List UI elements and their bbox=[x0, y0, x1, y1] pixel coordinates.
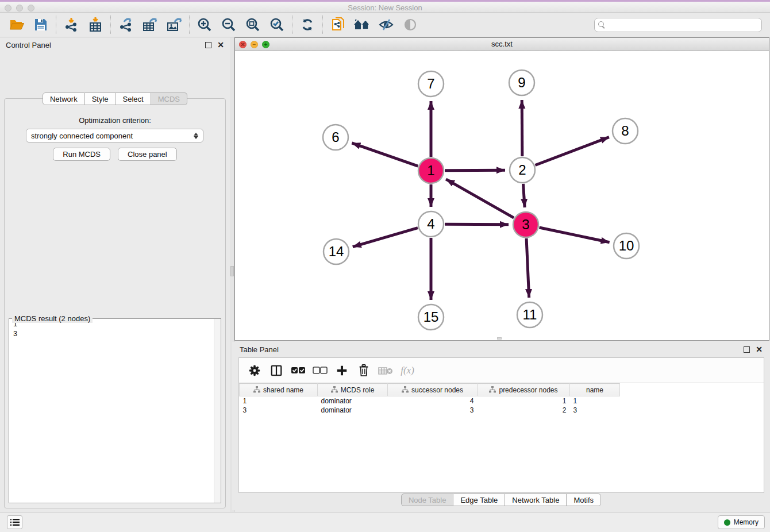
column-header-name[interactable]: name bbox=[570, 384, 620, 396]
toolbar-separator bbox=[56, 16, 56, 34]
table-row[interactable]: 1 dominator 4 1 1 bbox=[240, 396, 620, 406]
graph-node-label: 8 bbox=[621, 123, 629, 138]
close-table-panel-icon[interactable]: ✕ bbox=[756, 346, 763, 353]
refresh-icon[interactable] bbox=[295, 14, 319, 35]
graph-edge-3-11[interactable] bbox=[526, 238, 529, 298]
table-panel: Table Panel ✕ bbox=[232, 342, 770, 510]
export-image-icon[interactable] bbox=[162, 14, 186, 35]
app-titlebar: Session: New Session bbox=[0, 0, 770, 13]
graph-node-label: 4 bbox=[427, 216, 434, 232]
export-network-icon[interactable] bbox=[114, 14, 138, 35]
column-header-predecessor-nodes[interactable]: predecessor nodes bbox=[478, 384, 570, 396]
delete-row-trash-icon[interactable] bbox=[354, 361, 374, 380]
function-builder-icon-disabled: f(x) bbox=[398, 361, 417, 380]
mcds-result-box: MCDS result (2 nodes) 1 3 bbox=[9, 318, 221, 503]
result-scrollbar[interactable] bbox=[214, 319, 221, 503]
optimization-criterion-select[interactable]: strongly connected component bbox=[26, 129, 203, 142]
zoom-in-icon[interactable] bbox=[192, 14, 217, 35]
column-header-mcds-role[interactable]: MCDS role bbox=[318, 384, 388, 396]
close-panel-icon[interactable]: ✕ bbox=[217, 42, 224, 48]
float-panel-icon[interactable] bbox=[205, 42, 211, 48]
save-session-icon[interactable] bbox=[29, 14, 53, 35]
network-canvas[interactable]: 7968124314101511 bbox=[235, 51, 769, 340]
graph-node-label: 11 bbox=[523, 307, 537, 322]
tab-edge-table[interactable]: Edge Table bbox=[453, 494, 505, 506]
tab-style[interactable]: Style bbox=[85, 92, 116, 105]
graph-node-label: 15 bbox=[424, 309, 439, 325]
memory-status-icon bbox=[724, 519, 730, 526]
table-toolbar: f(x) bbox=[239, 358, 764, 383]
graph-node-label: 9 bbox=[518, 75, 525, 90]
table-panel-title: Table Panel bbox=[240, 345, 279, 354]
zoom-fit-icon[interactable] bbox=[241, 14, 265, 35]
tab-mcds[interactable]: MCDS bbox=[151, 92, 187, 105]
tab-select[interactable]: Select bbox=[116, 92, 151, 105]
graph-node-label: 3 bbox=[522, 217, 529, 232]
main-toolbar bbox=[0, 13, 770, 37]
deselect-all-columns-icon[interactable] bbox=[310, 361, 330, 380]
node-table-card: f(x) shared name MCDS role successor nod… bbox=[238, 357, 764, 493]
selected-criterion: strongly connected component bbox=[31, 132, 194, 140]
open-file-icon[interactable] bbox=[5, 14, 29, 35]
control-panel-title: Control Panel bbox=[6, 41, 51, 49]
column-header-shared-name[interactable]: shared name bbox=[240, 384, 318, 396]
graph-edge-1-2[interactable] bbox=[445, 170, 505, 171]
toolbar-separator bbox=[322, 16, 323, 34]
toolbar-separator bbox=[110, 16, 111, 34]
toolbar-separator bbox=[189, 16, 190, 34]
close-panel-button[interactable]: Close panel bbox=[118, 148, 177, 161]
graph-edge-2-9[interactable] bbox=[522, 100, 522, 156]
copy-network-icon[interactable] bbox=[326, 14, 350, 35]
export-table-icon[interactable] bbox=[138, 14, 162, 35]
tab-motifs[interactable]: Motifs bbox=[567, 494, 601, 506]
node-table: shared name MCDS role successor nodes pr… bbox=[239, 383, 620, 415]
network-window-title: scc.txt bbox=[235, 40, 769, 48]
select-stepper-icon bbox=[194, 133, 198, 139]
graph-edge-3-10[interactable] bbox=[539, 228, 609, 242]
graph-edge-4-14[interactable] bbox=[353, 228, 418, 247]
memory-label: Memory bbox=[734, 518, 759, 526]
window-title: Session: New Session bbox=[0, 3, 770, 12]
zoom-selected-icon[interactable] bbox=[265, 14, 289, 35]
table-settings-gear-icon[interactable] bbox=[245, 361, 264, 380]
tab-node-table[interactable]: Node Table bbox=[401, 494, 454, 506]
graph-node-label: 6 bbox=[332, 129, 339, 145]
memory-button[interactable]: Memory bbox=[718, 515, 765, 529]
tab-network-table[interactable]: Network Table bbox=[505, 494, 567, 506]
import-table-icon[interactable] bbox=[83, 14, 107, 35]
search-box[interactable] bbox=[594, 18, 762, 32]
graph-node-label: 10 bbox=[619, 238, 634, 253]
graph-node-label: 7 bbox=[427, 76, 434, 91]
network-window-titlebar[interactable]: ✕ − + scc.txt bbox=[235, 38, 769, 51]
home-icon[interactable] bbox=[350, 14, 374, 35]
graph-edge-1-6[interactable] bbox=[352, 143, 418, 166]
show-hidden-eye-icon[interactable] bbox=[398, 14, 422, 35]
import-network-icon[interactable] bbox=[59, 14, 83, 35]
network-view-window: ✕ − + scc.txt 7968124314101511 bbox=[234, 37, 769, 341]
hide-selected-eye-icon[interactable] bbox=[374, 14, 398, 35]
mcds-result-title: MCDS result (2 nodes) bbox=[12, 314, 93, 323]
graph-edge-4-3[interactable] bbox=[445, 224, 509, 225]
mcds-result-line: 3 bbox=[9, 329, 221, 338]
graph-edge-2-8[interactable] bbox=[535, 137, 609, 165]
column-header-successor-nodes[interactable]: successor nodes bbox=[388, 384, 478, 396]
network-graph[interactable]: 7968124314101511 bbox=[235, 51, 769, 340]
search-icon bbox=[598, 21, 606, 29]
task-history-button[interactable] bbox=[7, 515, 22, 529]
graph-edge-2-3[interactable] bbox=[523, 184, 525, 207]
float-table-panel-icon[interactable] bbox=[744, 346, 750, 353]
table-row[interactable]: 3 dominator 3 2 3 bbox=[240, 406, 620, 415]
graph-node-label: 2 bbox=[518, 162, 526, 178]
zoom-out-icon[interactable] bbox=[217, 14, 241, 35]
show-column-panel-icon[interactable] bbox=[267, 361, 286, 380]
select-all-columns-icon[interactable] bbox=[288, 361, 308, 380]
tab-network[interactable]: Network bbox=[43, 92, 85, 105]
splitter-grip[interactable] bbox=[230, 266, 234, 276]
toolbar-separator bbox=[292, 16, 292, 34]
run-mcds-button[interactable]: Run MCDS bbox=[53, 148, 110, 161]
search-input[interactable] bbox=[608, 21, 758, 29]
control-panel: Control Panel ✕ Network Style Select MCD… bbox=[0, 37, 230, 512]
graph-edge-3-1[interactable] bbox=[446, 179, 514, 218]
canvas-grip[interactable] bbox=[497, 337, 502, 340]
add-row-plus-icon[interactable] bbox=[332, 361, 352, 380]
